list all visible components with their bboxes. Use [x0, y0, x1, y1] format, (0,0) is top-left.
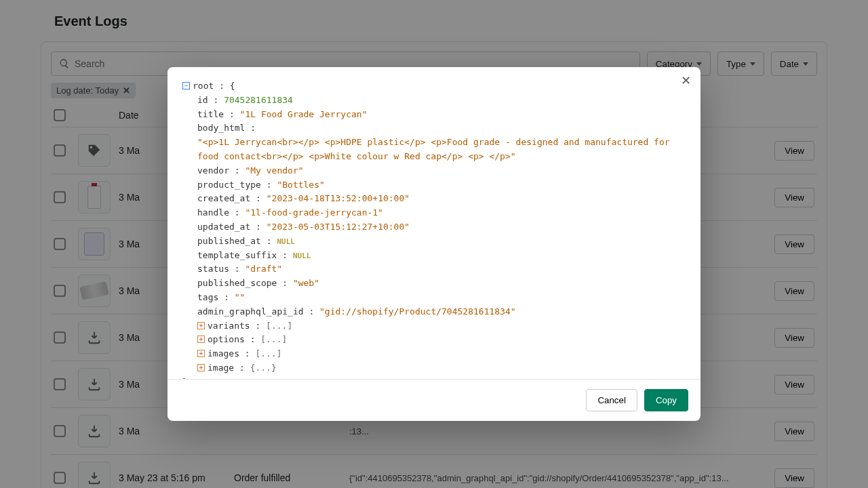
expand-icon[interactable]: + — [197, 336, 205, 343]
json-viewer: −root : {id : 7045281611834title : "1L F… — [167, 67, 701, 379]
close-button[interactable]: ✕ — [677, 73, 694, 89]
json-modal: ✕ −root : {id : 7045281611834title : "1L… — [167, 67, 701, 421]
copy-button[interactable]: Copy — [644, 389, 688, 411]
expand-icon[interactable]: + — [197, 322, 205, 329]
cancel-button[interactable]: Cancel — [586, 389, 637, 411]
expand-icon[interactable]: + — [197, 350, 205, 357]
expand-icon[interactable]: + — [197, 364, 205, 371]
collapse-icon[interactable]: − — [182, 82, 190, 89]
